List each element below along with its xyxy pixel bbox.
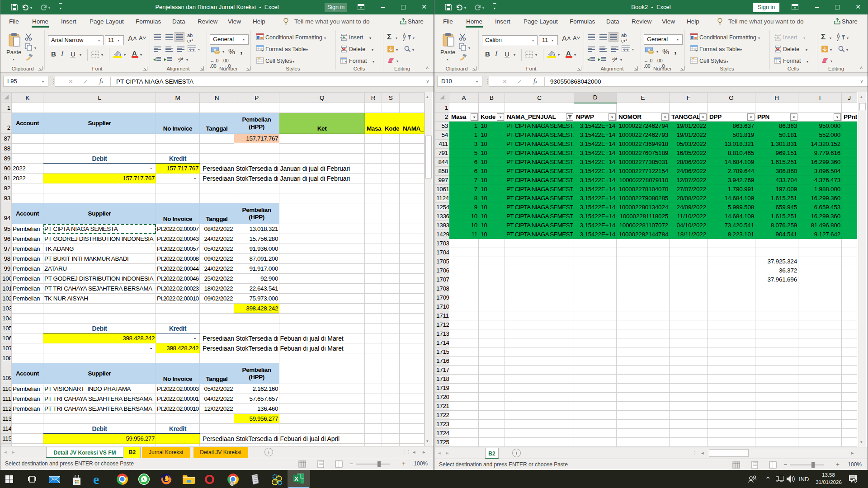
svg-text:X: X — [294, 475, 298, 482]
svg-text:ab: ab — [178, 56, 183, 61]
svg-text:ab: ab — [612, 56, 617, 61]
